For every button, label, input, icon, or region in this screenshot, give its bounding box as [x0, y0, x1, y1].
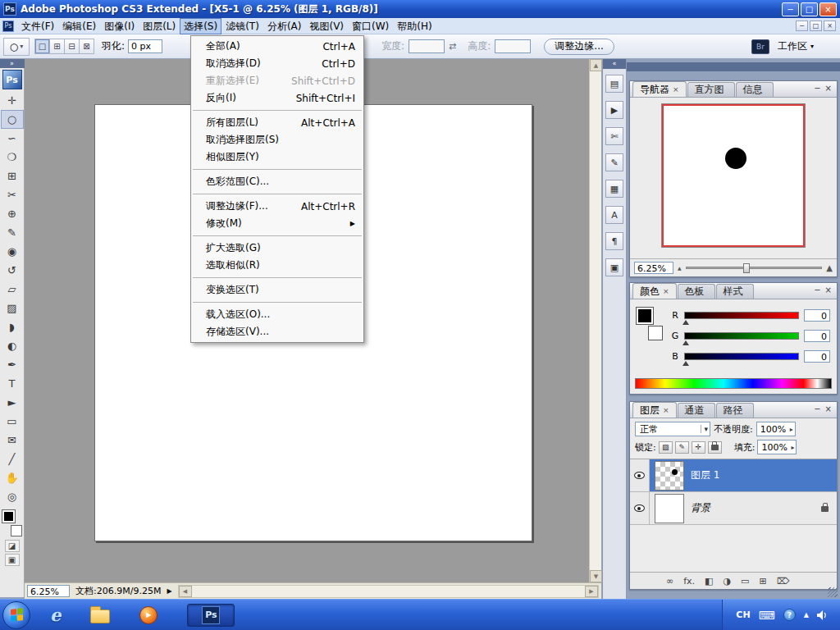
- menu-item-grow[interactable]: 扩大选取(G): [191, 240, 363, 257]
- eyedropper-tool[interactable]: ╱: [1, 450, 24, 468]
- lock-all-icon[interactable]: [708, 441, 722, 454]
- actions-panel-icon[interactable]: ▶: [605, 101, 623, 119]
- tab-info[interactable]: 信息: [736, 82, 774, 97]
- menu-filter[interactable]: 滤镜(T): [221, 18, 263, 34]
- menu-window[interactable]: 窗口(W): [348, 18, 393, 34]
- subtract-selection-button[interactable]: ⊟: [64, 39, 80, 54]
- tab-styles[interactable]: 样式: [716, 284, 754, 299]
- toolbox-collapse-icon[interactable]: »: [0, 59, 25, 68]
- menu-item-deselect-layers[interactable]: 取消选择图层(S): [191, 131, 363, 148]
- hand-tool[interactable]: ✋: [1, 468, 24, 487]
- delete-layer-icon[interactable]: ⌦: [777, 576, 790, 587]
- child-restore-button[interactable]: □: [810, 21, 822, 31]
- path-selection-tool[interactable]: ►: [1, 393, 24, 412]
- gradient-tool[interactable]: ▨: [1, 299, 24, 317]
- blur-tool[interactable]: ◗: [1, 317, 24, 336]
- menu-image[interactable]: 图像(I): [100, 18, 139, 34]
- brush-tool[interactable]: ✎: [1, 223, 24, 242]
- visibility-toggle[interactable]: [630, 492, 650, 524]
- quick-mask-button[interactable]: ◪: [5, 540, 20, 552]
- zoom-level-field[interactable]: 6.25%: [27, 585, 70, 597]
- healing-brush-tool[interactable]: ⊕: [1, 204, 24, 223]
- tab-close-icon[interactable]: ×: [663, 406, 669, 414]
- link-layers-icon[interactable]: ∞: [666, 576, 673, 587]
- lock-position-icon[interactable]: ✛: [692, 441, 705, 454]
- menu-edit[interactable]: 编辑(E): [58, 18, 100, 34]
- tab-navigator[interactable]: 导航器×: [632, 81, 687, 97]
- menu-file[interactable]: 文件(F): [17, 18, 58, 34]
- background-color-swatch[interactable]: [11, 525, 22, 536]
- background-color-swatch[interactable]: [648, 326, 663, 340]
- menu-view[interactable]: 视图(V): [305, 18, 348, 34]
- spinner-icon[interactable]: ▸: [791, 444, 794, 451]
- tab-paths[interactable]: 路径: [716, 403, 754, 418]
- menu-item-similar[interactable]: 选取相似(R): [191, 257, 363, 274]
- zoom-out-icon[interactable]: ▲: [678, 265, 682, 271]
- panel-minimize-icon[interactable]: −: [814, 405, 820, 413]
- blue-value-field[interactable]: 0: [804, 350, 830, 363]
- layer-name[interactable]: 背景: [691, 501, 710, 515]
- navigator-zoom-field[interactable]: 6.25%: [634, 262, 673, 274]
- character-panel-icon[interactable]: A: [605, 206, 623, 224]
- maximize-button[interactable]: □: [801, 2, 818, 16]
- spinner-icon[interactable]: ▸: [790, 426, 793, 433]
- slider-thumb[interactable]: [682, 340, 689, 345]
- add-selection-button[interactable]: ⊞: [49, 39, 65, 54]
- layer-mask-icon[interactable]: ◧: [705, 576, 713, 587]
- red-slider[interactable]: [684, 312, 799, 319]
- refine-edge-button[interactable]: 调整边缘...: [544, 39, 614, 55]
- dodge-tool[interactable]: ◐: [1, 336, 24, 355]
- height-input[interactable]: [495, 39, 531, 53]
- menu-item[interactable]: [193, 302, 362, 303]
- zoom-in-icon[interactable]: ▲: [826, 263, 833, 272]
- menu-item[interactable]: [193, 235, 362, 236]
- crop-tool[interactable]: ⊞: [1, 167, 24, 185]
- move-tool[interactable]: ✛: [1, 91, 24, 110]
- color-spectrum-ramp[interactable]: [635, 378, 832, 389]
- dock-collapse-icon[interactable]: «: [603, 59, 626, 69]
- menu-item[interactable]: [193, 110, 362, 111]
- menu-select[interactable]: 选择(S): [180, 18, 221, 34]
- menu-item-save-selection[interactable]: 存储选区(V)...: [191, 323, 363, 340]
- language-indicator[interactable]: CH: [736, 609, 750, 620]
- layer-thumbnail[interactable]: [655, 494, 684, 523]
- paragraph-panel-icon[interactable]: ¶: [605, 232, 623, 250]
- lock-paint-icon[interactable]: ✎: [675, 441, 689, 454]
- navigator-proxy-view[interactable]: [662, 104, 805, 247]
- start-button[interactable]: [2, 601, 30, 629]
- layer-group-icon[interactable]: ▭: [741, 576, 749, 587]
- menu-item-select-all[interactable]: 全部(A) Ctrl+A: [191, 38, 363, 55]
- tab-close-icon[interactable]: ×: [673, 85, 679, 94]
- slider-thumb[interactable]: [682, 320, 689, 325]
- history-panel-icon[interactable]: ▤: [605, 75, 623, 93]
- dock-drag-bar[interactable]: [627, 62, 840, 71]
- show-hidden-icons-arrow[interactable]: ▲: [804, 611, 809, 619]
- tab-histogram[interactable]: 直方图: [687, 82, 735, 97]
- horizontal-scrollbar[interactable]: ◀ ▶: [178, 585, 599, 598]
- minimize-button[interactable]: −: [782, 2, 799, 16]
- close-button[interactable]: ×: [819, 2, 837, 16]
- blend-mode-select[interactable]: 正常 ▾: [635, 422, 710, 436]
- keyboard-icon[interactable]: ⌨: [759, 609, 775, 622]
- blue-slider[interactable]: [684, 353, 799, 360]
- layer-style-icon[interactable]: fx.: [683, 576, 695, 587]
- layer-comps-panel-icon[interactable]: ▦: [605, 180, 623, 198]
- green-value-field[interactable]: 0: [804, 330, 830, 342]
- menu-item[interactable]: [193, 277, 362, 278]
- menu-layer[interactable]: 图层(L): [139, 18, 180, 34]
- scroll-left-button[interactable]: ◀: [179, 586, 192, 597]
- panel-close-icon[interactable]: ×: [825, 84, 832, 93]
- green-slider[interactable]: [684, 332, 799, 340]
- new-selection-button[interactable]: □: [34, 39, 50, 54]
- tool-presets-panel-icon[interactable]: ✄: [605, 127, 623, 145]
- foreground-color-swatch[interactable]: [2, 510, 15, 523]
- menu-item-inverse[interactable]: 反向(I) Shift+Ctrl+I: [191, 89, 363, 107]
- scroll-right-button[interactable]: ▶: [585, 586, 598, 597]
- tab-layers[interactable]: 图层×: [632, 402, 677, 418]
- width-input[interactable]: [409, 39, 445, 53]
- menu-item-modify[interactable]: 修改(M) ▶: [191, 215, 363, 232]
- eraser-tool[interactable]: ▱: [1, 280, 24, 299]
- type-tool[interactable]: T: [1, 374, 24, 393]
- slice-tool[interactable]: ✂: [1, 185, 24, 204]
- notes-panel-icon[interactable]: ▣: [605, 258, 623, 276]
